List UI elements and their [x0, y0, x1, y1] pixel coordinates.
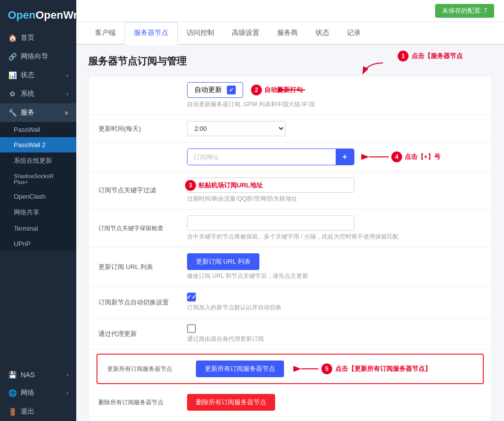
page-title: 服务器节点订阅与管理 [88, 55, 187, 68]
sidebar: OpenOpenWrt 🏠 首页 🔗 网络向导 📊 状态 › ⚙ 系统 › 🔧 … [0, 0, 76, 421]
sidebar-item-passwall[interactable]: PassWall [0, 122, 76, 137]
terminal-label: Terminal [14, 225, 38, 232]
auto-enable-row: 订阅新节点自动切换设置 ✓ 订阅加入的新节点默认以开自动切换 [89, 287, 492, 318]
network-share-label: 网络共享 [14, 208, 39, 217]
update-time-row: 更新时间(每天) 2:00 0:00 1:00 3:00 [89, 115, 492, 143]
auto-enable-label: 订阅新节点自动切换设置 [98, 298, 187, 307]
sidebar-item-network-wizard[interactable]: 🔗 网络向导 [0, 47, 76, 66]
keyword-retain-label: 订阅节点关键字保留检查 [98, 224, 187, 233]
proxy-update-hint: 通过路由器自身代理更新订阅 [187, 335, 482, 343]
network-label: 网络 [21, 389, 34, 397]
step2-circle: 2 [251, 85, 262, 95]
keyword-retain-value: 含中关键字的节点将被保留。多个关键字用 / 分隔，此处为空时将不使用保留匹配 [187, 215, 482, 241]
system-arrow: › [66, 91, 68, 97]
auto-update-value: 自动更新 2 自动更新打勾 [187, 82, 482, 109]
update-url-list-button[interactable]: 更新订阅 URL 列表 [187, 253, 259, 270]
update-time-label: 更新时间(每天) [98, 124, 187, 133]
arrow1 [358, 60, 388, 75]
sidebar-item-system-update[interactable]: 系统在线更新 [0, 152, 76, 169]
delete-all-value: 删除所有订阅服务器节点 [187, 394, 482, 411]
sidebar-item-terminal[interactable]: Terminal [0, 221, 76, 236]
passwall-label: PassWall [14, 126, 40, 133]
unsaved-badge: 未保存的配置: 7 [435, 4, 494, 18]
page-body: 服务器节点订阅与管理 1 点击【服务器节点 [76, 45, 504, 421]
tab-log[interactable]: 记录 [338, 23, 370, 45]
topbar: 未保存的配置: 7 [76, 0, 504, 22]
tabs-bar: 客户端 服务器节点 访问控制 高级设置 服务商 状态 记录 [76, 22, 504, 45]
services-icon: 🔧 [8, 109, 17, 117]
network-wizard-icon: 🔗 [8, 53, 17, 60]
subscribe-filter-row: 订阅节点关键字过滤 3 粘贴机场订阅URL地址 过期时间/剩余流量/QQ群/官网… [89, 172, 492, 210]
sidebar-item-services[interactable]: 🔧 服务 ∨ [0, 103, 76, 122]
network-arrow: › [66, 390, 68, 396]
subscribe-url-input-group: + [187, 149, 354, 165]
system-update-label: 系统在线更新 [14, 156, 52, 165]
step3-circle: 3 [185, 180, 196, 191]
tab-advanced[interactable]: 高级设置 [223, 23, 268, 45]
update-all-button[interactable]: 更新所有订阅服务器节点 [196, 361, 284, 377]
update-time-select[interactable]: 2:00 0:00 1:00 3:00 [187, 121, 285, 136]
auto-enable-hint: 订阅加入的新节点默认以开自动切换 [187, 303, 482, 312]
sidebar-item-logout[interactable]: 🚪 退出 [0, 402, 76, 421]
sidebar-item-network-share[interactable]: 网络共享 [0, 204, 76, 221]
sidebar-item-network[interactable]: 🌐 网络 › [0, 384, 76, 402]
subscribe-url-input[interactable] [188, 149, 336, 165]
tab-service-store[interactable]: 服务商 [268, 23, 307, 45]
system-icon: ⚙ [8, 90, 17, 98]
passwall2-label: PassWall 2 [14, 141, 46, 149]
auto-update-row: 自动更新 2 自动更新打勾 [89, 76, 492, 115]
update-all-row: 更新所有订阅服务器节点 更新所有订阅服务器节点 [96, 354, 484, 384]
subscribe-filter-value: 3 粘贴机场订阅URL地址 过期时间/剩余流量/QQ群/官网/防失联地址 [187, 178, 482, 203]
openclash-label: OpenClash [14, 193, 46, 200]
arrow2 [305, 85, 330, 95]
tab-server-node[interactable]: 服务器节点 [125, 22, 178, 45]
sidebar-item-openclash[interactable]: OpenClash [0, 189, 76, 204]
delete-all-label: 删除所有订阅服务器节点 [98, 398, 187, 407]
status-arrow: › [66, 72, 68, 78]
sidebar-item-upnp[interactable]: UPnP [0, 236, 76, 251]
delete-all-button[interactable]: 删除所有订阅服务器节点 [187, 394, 275, 411]
logout-icon: 🚪 [8, 408, 17, 416]
auto-update-label: 自动更新 [194, 86, 222, 94]
services-submenu: PassWall PassWall 2 系统在线更新 ShadowSocksR … [0, 122, 76, 251]
nas-arrow: › [66, 372, 68, 378]
subscribe-add-button[interactable]: + [336, 149, 354, 165]
update-time-value: 2:00 0:00 1:00 3:00 [187, 121, 482, 136]
step5-label: 点击【更新所有订阅服务器节点】 [335, 364, 431, 373]
sidebar-item-shadowsocksr[interactable]: ShadowSocksR Plus+ [0, 169, 76, 189]
update-all-value: 更新所有订阅服务器节点 5 [196, 361, 473, 377]
step1-circle: 1 [398, 51, 409, 61]
tab-client[interactable]: 客户端 [86, 23, 125, 45]
step4-circle: 4 [391, 151, 402, 162]
update-url-list-row: 更新订阅 URL 列表 更新订阅 URL 列表 修改订阅 URL 和节点关键字后… [89, 247, 492, 287]
update-all-label: 更新所有订阅服务器节点 [107, 365, 196, 373]
tab-access-control[interactable]: 访问控制 [178, 23, 223, 45]
sidebar-item-passwall2[interactable]: PassWall 2 [0, 137, 76, 152]
proxy-update-row: 通过代理更新 通过路由器自身代理更新订阅 [89, 318, 492, 350]
nas-icon: 💾 [8, 371, 17, 379]
keyword-retain-row: 订阅节点关键字保留检查 含中关键字的节点将被保留。多个关键字用 / 分隔，此处为… [89, 210, 492, 247]
logo-text: OpenOpenWrt [8, 9, 81, 21]
keyword-retain-input[interactable] [187, 215, 354, 231]
main-area: 未保存的配置: 7 客户端 服务器节点 访问控制 高级设置 服务商 状态 记录 … [76, 0, 504, 421]
tab-status[interactable]: 状态 [307, 23, 338, 45]
logo: OpenOpenWrt [0, 0, 76, 29]
subscribe-filter-hint: 过期时间/剩余流量/QQ群/官网/防失联地址 [187, 195, 482, 203]
arrow5 [299, 364, 318, 374]
sidebar-item-nas[interactable]: 💾 NAS › [0, 366, 76, 384]
subscribe-url-value: + [187, 149, 482, 165]
sidebar-item-home[interactable]: 🏠 首页 [0, 29, 76, 47]
auto-enable-value: ✓ 订阅加入的新节点默认以开自动切换 [187, 293, 482, 312]
auto-update-checkbox[interactable] [227, 86, 236, 94]
subscribe-filter-label: 订阅节点关键字过滤 [98, 186, 187, 195]
keyword-retain-hint: 含中关键字的节点将被保留。多个关键字用 / 分隔，此处为空时将不使用保留匹配 [187, 233, 482, 241]
auto-enable-checkbox[interactable]: ✓ [187, 293, 196, 301]
sidebar-item-status[interactable]: 📊 状态 › [0, 66, 76, 85]
upnp-label: UPnP [14, 240, 31, 247]
auto-update-hint: 自动更新服务器订阅, GFW 列表和中国大陆 IP 段 [187, 100, 482, 109]
step3-label: 粘贴机场订阅URL地址 [198, 181, 263, 190]
sidebar-item-home-label: 首页 [21, 33, 34, 42]
proxy-update-checkbox[interactable] [187, 324, 196, 333]
sidebar-item-system[interactable]: ⚙ 系统 › [0, 85, 76, 103]
services-arrow: ∨ [64, 110, 68, 116]
